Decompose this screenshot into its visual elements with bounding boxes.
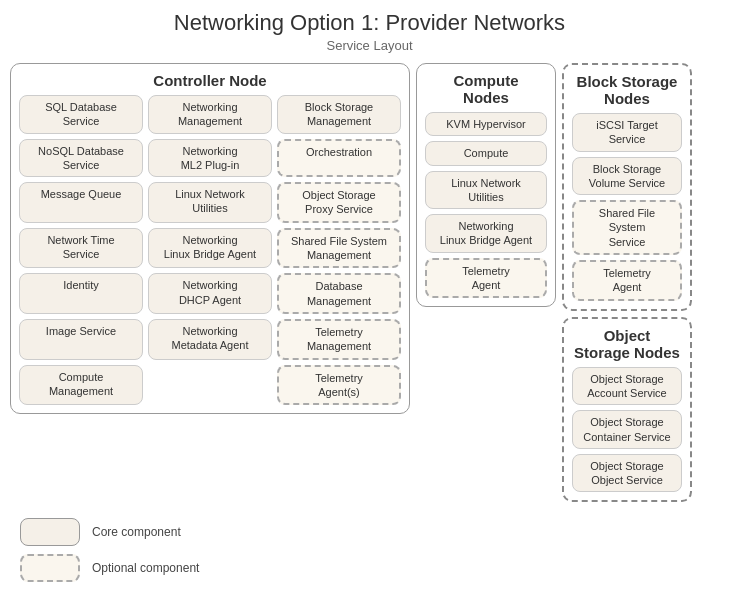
legend-core-box bbox=[20, 518, 80, 546]
controller-card-networking-ml2: NetworkingML2 Plug-in bbox=[148, 139, 272, 178]
controller-card-networking-metadata: NetworkingMetadata Agent bbox=[148, 319, 272, 360]
compute-card-linux-net-utils: Linux NetworkUtilities bbox=[425, 171, 547, 210]
compute-col: KVM HypervisorComputeLinux NetworkUtilit… bbox=[425, 112, 547, 298]
main-layout: Controller Node SQL DatabaseServiceNetwo… bbox=[10, 63, 729, 502]
legend-optional-box bbox=[20, 554, 80, 582]
controller-card-telemetry-mgmt: TelemetryManagement bbox=[277, 319, 401, 360]
controller-card-block-storage-mgmt: Block StorageManagement bbox=[277, 95, 401, 134]
block-card-telemetry-agent-bs: TelemetryAgent bbox=[572, 260, 682, 301]
right-col: Block StorageNodes iSCSI TargetServiceBl… bbox=[562, 63, 692, 502]
controller-card-networking-dhcp: NetworkingDHCP Agent bbox=[148, 273, 272, 314]
controller-card-object-storage-proxy: Object StorageProxy Service bbox=[277, 182, 401, 223]
controller-grid: SQL DatabaseServiceNetworkingManagementB… bbox=[19, 95, 401, 405]
controller-card-image-service: Image Service bbox=[19, 319, 143, 360]
controller-card-network-time: Network TimeService bbox=[19, 228, 143, 269]
controller-node-box: Controller Node SQL DatabaseServiceNetwo… bbox=[10, 63, 410, 414]
page-subtitle: Service Layout bbox=[10, 38, 729, 53]
object-card-obj-account: Object StorageAccount Service bbox=[572, 367, 682, 406]
block-card-shared-fs: Shared File SystemService bbox=[572, 200, 682, 255]
block-col: iSCSI TargetServiceBlock StorageVolume S… bbox=[572, 113, 682, 301]
object-card-obj-object: Object StorageObject Service bbox=[572, 454, 682, 493]
compute-card-net-bridge-agent: NetworkingLinux Bridge Agent bbox=[425, 214, 547, 253]
controller-card-networking-bridge: NetworkingLinux Bridge Agent bbox=[148, 228, 272, 269]
compute-card-telemetry-agent: TelemetryAgent bbox=[425, 258, 547, 299]
controller-card-telemetry-agents: TelemetryAgent(s) bbox=[277, 365, 401, 406]
controller-card-message-queue: Message Queue bbox=[19, 182, 143, 223]
object-col: Object StorageAccount ServiceObject Stor… bbox=[572, 367, 682, 493]
controller-card-sql-db: SQL DatabaseService bbox=[19, 95, 143, 134]
compute-nodes-title: ComputeNodes bbox=[425, 72, 547, 106]
legend-optional-item: Optional component bbox=[20, 554, 729, 582]
controller-node-title: Controller Node bbox=[19, 72, 401, 89]
block-storage-nodes-title: Block StorageNodes bbox=[572, 73, 682, 107]
legend-core-item: Core component bbox=[20, 518, 729, 546]
controller-card-compute-mgmt: ComputeManagement bbox=[19, 365, 143, 406]
controller-card-db-mgmt: DatabaseManagement bbox=[277, 273, 401, 314]
controller-card-nosql-db: NoSQL DatabaseService bbox=[19, 139, 143, 178]
controller-card-linux-network-utils: Linux NetworkUtilities bbox=[148, 182, 272, 223]
controller-card-identity: Identity bbox=[19, 273, 143, 314]
object-storage-nodes-title: ObjectStorage Nodes bbox=[572, 327, 682, 361]
block-card-block-vol: Block StorageVolume Service bbox=[572, 157, 682, 196]
legend-core-label: Core component bbox=[92, 525, 181, 539]
block-storage-nodes-box: Block StorageNodes iSCSI TargetServiceBl… bbox=[562, 63, 692, 311]
object-storage-nodes-box: ObjectStorage Nodes Object StorageAccoun… bbox=[562, 317, 692, 503]
compute-card-compute: Compute bbox=[425, 141, 547, 165]
controller-card-orchestration: Orchestration bbox=[277, 139, 401, 178]
page-title: Networking Option 1: Provider Networks bbox=[10, 10, 729, 36]
legend: Core component Optional component bbox=[10, 518, 729, 582]
controller-card-shared-fs-mgmt: Shared File SystemManagement bbox=[277, 228, 401, 269]
block-card-iscsi: iSCSI TargetService bbox=[572, 113, 682, 152]
compute-nodes-box: ComputeNodes KVM HypervisorComputeLinux … bbox=[416, 63, 556, 307]
compute-card-kvm: KVM Hypervisor bbox=[425, 112, 547, 136]
legend-optional-label: Optional component bbox=[92, 561, 199, 575]
object-card-obj-container: Object StorageContainer Service bbox=[572, 410, 682, 449]
controller-card-networking-mgmt: NetworkingManagement bbox=[148, 95, 272, 134]
